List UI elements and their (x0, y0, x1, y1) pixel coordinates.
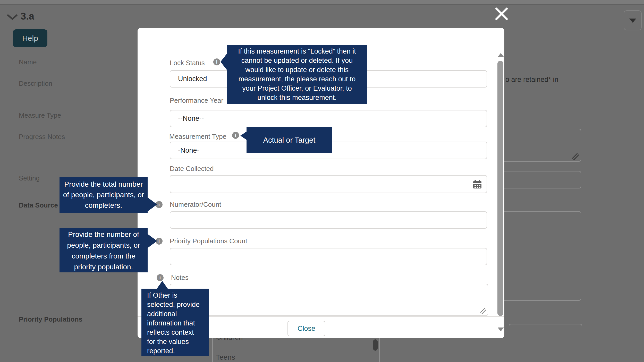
field-label-setting: Setting (19, 174, 40, 182)
date-collected-input[interactable] (170, 175, 487, 193)
measurement-type-tooltip: Actual or Target (247, 127, 332, 153)
modal-header (138, 28, 504, 45)
list-item[interactable]: Teens (216, 353, 235, 361)
page-top-strip (0, 0, 644, 5)
lock-status-value: Unlocked (178, 71, 207, 87)
priority-populations-tooltip: Provide the number of people, participan… (60, 228, 148, 272)
performance-year-input[interactable]: --None-- (170, 110, 487, 127)
date-collected-label: Date Collected (170, 165, 214, 173)
field-label-description: Description (19, 80, 52, 87)
caret-down-icon (629, 19, 636, 23)
chevron-down-icon[interactable] (7, 14, 18, 21)
screen-overlay: 3.a Help Name Description Measure Type P… (0, 0, 644, 362)
numerator-count-input[interactable] (170, 211, 487, 229)
lock-status-label: Lock Status (170, 59, 205, 67)
tooltip-arrow-right (148, 197, 157, 211)
calendar-icon[interactable] (473, 180, 481, 188)
performance-year-label: Performance Year (170, 97, 223, 104)
help-button[interactable]: Help (13, 29, 47, 47)
tooltip-arrow-left (240, 132, 247, 140)
section-title: 3.a (21, 11, 34, 22)
field-label-name: Name (19, 58, 37, 66)
lock-status-tooltip: If this measurement is “Locked” then it … (227, 45, 367, 104)
scrollbar-down-arrow-icon[interactable] (498, 327, 504, 331)
measurement-type-value: -None- (178, 142, 199, 159)
notes-tooltip: If Other is selected, provide additional… (141, 289, 209, 356)
resize-grip-icon[interactable] (480, 308, 486, 314)
background-bottom-right-box[interactable] (509, 324, 582, 362)
dropdown-button[interactable] (624, 10, 642, 30)
tooltip-arrow-up (157, 281, 168, 289)
background-text-fragment: o are retained* in (505, 76, 558, 84)
measurement-type-label: Measurement Type (169, 133, 226, 140)
performance-year-value: --None-- (178, 110, 204, 127)
field-label-priority-populations: Priority Populations (19, 315, 82, 323)
tooltip-arrow-right (148, 234, 157, 248)
close-button[interactable]: Close (287, 321, 325, 336)
info-icon[interactable]: i (157, 274, 164, 281)
priority-populations-count-input[interactable] (170, 248, 487, 265)
priority-populations-count-label: Priority Populations Count (170, 237, 247, 245)
close-icon[interactable] (494, 7, 509, 21)
field-label-progress-notes: Progress Notes (19, 133, 65, 141)
numerator-tooltip: Provide the total number of people, part… (60, 177, 148, 213)
field-label-data-source: Data Source (19, 201, 58, 209)
notes-textarea[interactable] (170, 284, 488, 316)
numerator-count-label: Numerator/Count (170, 201, 221, 208)
resize-grip-icon[interactable] (572, 153, 579, 160)
info-icon[interactable]: i (232, 132, 239, 139)
info-icon[interactable]: i (213, 58, 220, 65)
notes-label: Notes (171, 274, 189, 281)
modal-scrollbar-thumb[interactable] (497, 61, 503, 316)
tooltip-arrow-left (221, 53, 227, 70)
field-label-measure-type: Measure Type (19, 111, 61, 119)
scrollbar-up-arrow-icon[interactable] (498, 53, 504, 57)
listbox-scrollbar-thumb[interactable] (373, 339, 378, 351)
